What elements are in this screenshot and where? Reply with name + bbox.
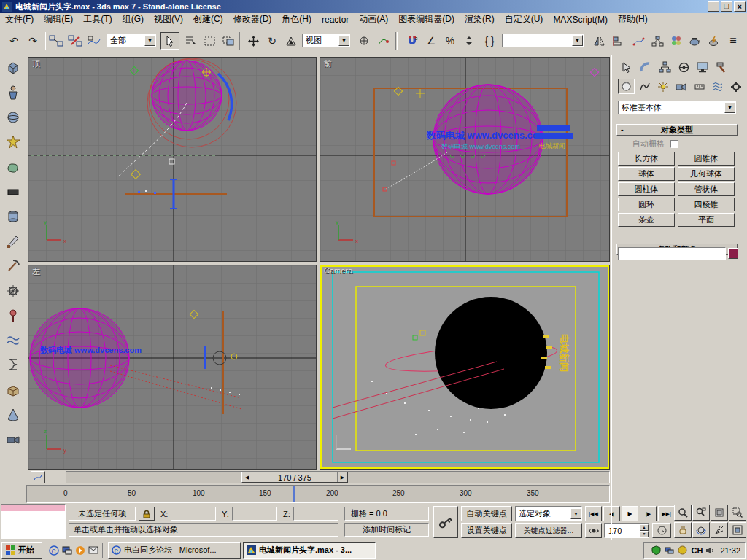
y-coordinate-field[interactable] [232,507,277,521]
x-coordinate-field[interactable] [171,507,216,521]
rectangular-selection-region-icon[interactable] [200,32,219,50]
scene-sphere-left[interactable] [30,308,129,408]
align-icon[interactable] [608,32,627,50]
task-button-browser[interactable]: e 电白同乡论坛 - Microsof... [108,542,241,559]
camera-viewport-label[interactable]: Camera [324,266,352,275]
top-viewport-canvas[interactable]: xy [28,58,316,261]
autogrid-checkbox[interactable] [670,140,678,148]
scene-selected-text-block[interactable] [537,125,570,131]
rollout-collapse-icon[interactable]: - [621,125,624,133]
slider-prev-frame-icon[interactable]: ◀ [242,472,252,482]
slider-next-frame-icon[interactable]: ▶ [337,472,347,482]
quicklaunch-mail-icon[interactable] [88,545,98,556]
cone-button[interactable]: 圆锥体 [678,152,735,166]
hierarchy-tab[interactable] [656,60,673,74]
scene-selected-text-block[interactable] [535,133,573,139]
tube-button[interactable]: 管状体 [678,182,735,196]
add-time-tag-field[interactable]: 添加时间标记 [344,523,429,537]
menu-edit[interactable]: 编辑(E) [39,13,78,26]
slab-tab-icon[interactable] [0,179,26,204]
quicklaunch-desktop-icon[interactable] [61,545,72,556]
key-filters-button[interactable]: 关键点过滤器... [515,523,582,538]
use-pivot-point-icon[interactable] [355,32,374,50]
pyramid-button[interactable]: 四棱锥 [678,198,735,211]
pick-tab-icon[interactable] [0,254,26,279]
open-box-tab-icon[interactable] [0,378,26,402]
reference-coordinate-dropdown[interactable]: 视图 ▼ [302,34,350,47]
cylinder-stack-tab-icon[interactable] [0,204,26,229]
front-viewport-label[interactable]: 前 [324,58,332,69]
menu-maxscript[interactable]: MAXScript(M) [548,15,613,25]
motion-tab[interactable] [675,60,692,74]
object-name-input[interactable] [618,247,726,260]
select-and-move-icon[interactable] [244,32,263,50]
blob-tab-icon[interactable] [0,155,26,179]
cameras-category-icon[interactable] [673,79,689,94]
snap-toggle-3d-icon[interactable]: 3 [403,32,422,50]
curve-editor-icon[interactable] [629,32,648,50]
dropdown-arrow-icon[interactable]: ▼ [338,35,349,46]
scene-sphere-top[interactable] [152,61,222,131]
titlebar[interactable]: 电城新闻片头字.max - 3ds max 7 - Stand-alone Li… [0,0,747,13]
quick-render-icon[interactable] [705,32,724,50]
go-to-start-button[interactable]: |◀◀ [585,506,602,521]
selection-lock-button[interactable] [139,507,155,521]
tray-antivirus-icon[interactable] [651,545,662,556]
render-scene-icon[interactable] [686,32,705,50]
geometry-category-icon[interactable] [618,79,635,94]
key-step-toggle-button[interactable] [585,523,602,538]
gear-tab-icon[interactable] [0,279,26,303]
quicklaunch-ie-icon[interactable]: e [48,545,59,556]
camera-viewport[interactable]: Camera 电城新闻 [320,265,610,470]
select-by-name-icon[interactable] [181,32,200,50]
scene-text-left[interactable]: 数码电城 www.dvcens.com [39,346,142,354]
blade-tab-icon[interactable] [0,229,26,254]
top-viewport[interactable]: 顶 [28,57,317,262]
pin-tab-icon[interactable] [0,303,26,328]
task-button-3dsmax[interactable]: 电城新闻片头字.max - 3... [243,542,376,559]
wave-tab-icon[interactable] [0,328,26,353]
camera-viewport-canvas[interactable]: 电城新闻 [320,265,609,469]
box-button[interactable]: 长方体 [618,152,675,166]
dropdown-arrow-icon[interactable]: ▼ [572,35,583,46]
open-mini-curve-editor-button[interactable] [31,471,45,483]
dropdown-arrow-icon[interactable]: ▼ [144,35,155,46]
modify-tab[interactable] [637,60,654,74]
scene-text-camera[interactable]: 电城新闻 [559,334,570,372]
left-viewport-canvas[interactable]: 数码电城 www.dvcens.com yz [28,265,316,469]
set-key-big-button[interactable] [433,506,458,538]
select-and-scale-icon[interactable] [282,32,301,50]
schematic-view-icon[interactable] [648,32,667,50]
create-tab[interactable] [618,60,635,74]
front-viewport-canvas[interactable]: 数码电城 www.dvcens.com 数码电城 www.dvcens.com … [320,58,609,261]
spring-tab-icon[interactable] [0,353,26,378]
object-color-swatch[interactable] [728,248,738,259]
window-crossing-icon[interactable] [219,32,238,50]
mirror-icon[interactable] [589,32,608,50]
angle-snap-icon[interactable]: ∠ [422,32,441,50]
star-tab-icon[interactable] [0,130,26,155]
quicklaunch-player-icon[interactable] [74,545,85,556]
menu-reactor[interactable]: reactor [317,15,354,25]
maxscript-mini-listener[interactable] [1,504,66,539]
redo-icon[interactable]: ↷ [23,32,42,50]
plane-button[interactable]: 平面 [678,213,735,227]
volume-icon[interactable] [705,545,716,556]
bind-to-spacewarp-icon[interactable] [85,32,104,50]
scene-text-front-sub[interactable]: 数码电城 www.dvcens.com [441,143,520,150]
spinner-snap-icon[interactable] [460,32,479,50]
scene-sphere-camera[interactable] [435,297,547,409]
start-button[interactable]: 开始 [1,542,42,559]
scene-text-front-main[interactable]: 数码电城 www.dvcens.com [426,130,546,141]
left-viewport[interactable]: 左 数码电城 www.dvcens.com [28,265,317,470]
close-button[interactable]: × [734,1,746,12]
maximize-button[interactable]: ❐ [721,1,732,12]
macro-recorder-line[interactable] [1,505,65,511]
menu-group[interactable]: 组(G) [117,13,149,26]
select-and-link-icon[interactable] [47,32,66,50]
percent-snap-icon[interactable]: % [441,32,460,50]
cylinder-button[interactable]: 圆柱体 [618,182,675,196]
geosphere-button[interactable]: 几何球体 [678,167,735,181]
menu-views[interactable]: 视图(V) [149,13,188,26]
menu-create[interactable]: 创建(C) [188,13,228,26]
